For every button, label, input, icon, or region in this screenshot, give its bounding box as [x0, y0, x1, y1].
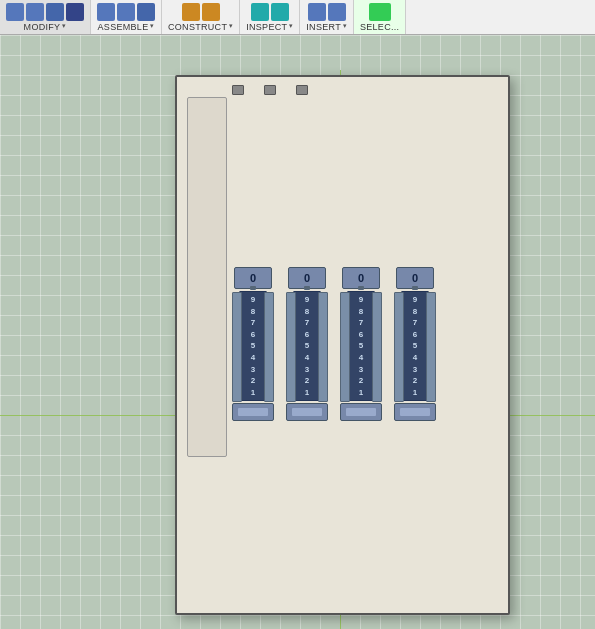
assemble-icons: [97, 3, 155, 21]
insert-dropdown-arrow: ▾: [343, 22, 347, 30]
construct-dropdown-arrow: ▾: [229, 22, 233, 30]
inspect-label: INSPECT: [246, 22, 287, 32]
toolbar-group-modify[interactable]: MODIFY ▾: [0, 0, 91, 34]
connector-1-pin-6: 6: [251, 329, 255, 341]
connector-3-label: 0: [358, 272, 364, 284]
select-label: SELEC...: [360, 22, 399, 32]
connector-3-pin-6: 6: [359, 329, 363, 341]
connector-3-body: 9 8 7 6 5 4 3 2 1: [347, 291, 375, 401]
connector-1-pin-7: 7: [251, 317, 255, 329]
connector-3-pin-5: 5: [359, 340, 363, 352]
construct-icons: [182, 3, 220, 21]
modify-label: MODIFY: [24, 22, 61, 32]
inspect-icon-1: [251, 3, 269, 21]
modify-icon-1: [6, 3, 24, 21]
object-panel: 0 9 8 7 6 5 4 3 2 1 0: [175, 75, 510, 615]
assemble-label: ASSEMBLE: [98, 22, 149, 32]
connector-3-top: 0: [342, 267, 380, 289]
connectors-area: 0 9 8 7 6 5 4 3 2 1 0: [232, 267, 512, 487]
connector-3-pin-1: 1: [359, 387, 363, 399]
connector-3-pin-7: 7: [359, 317, 363, 329]
connector-2-body: 9 8 7 6 5 4 3 2 1: [293, 291, 321, 401]
connector-4-label: 0: [412, 272, 418, 284]
connector-4-pin-3: 3: [413, 364, 417, 376]
toolbar-group-insert[interactable]: INSERT ▾: [300, 0, 354, 34]
connector-1-body: 9 8 7 6 5 4 3 2 1: [239, 291, 267, 401]
connector-3-pin-9: 9: [359, 294, 363, 306]
toolbar: MODIFY ▾ ASSEMBLE ▾ CONSTRUCT: [0, 0, 595, 35]
connector-1-pin-1: 1: [251, 387, 255, 399]
insert-label: INSERT: [306, 22, 341, 32]
top-screw-3: [296, 85, 308, 95]
top-screw-2: [264, 85, 276, 95]
modify-icon-2: [26, 3, 44, 21]
connector-2-pin-6: 6: [305, 329, 309, 341]
connector-4-pin-4: 4: [413, 352, 417, 364]
connector-1: 0 9 8 7 6 5 4 3 2 1: [232, 267, 274, 487]
connector-2-pin-7: 7: [305, 317, 309, 329]
connector-4-bottom: [394, 403, 436, 421]
construct-label: CONSTRUCT: [168, 22, 227, 32]
insert-icon-2: [328, 3, 346, 21]
modify-icon-4: [66, 3, 84, 21]
connector-1-pin-9: 9: [251, 294, 255, 306]
connector-4-pin-5: 5: [413, 340, 417, 352]
assemble-icon-3: [137, 3, 155, 21]
top-detail-row: [232, 85, 498, 97]
connector-2-pin-5: 5: [305, 340, 309, 352]
insert-icons: [308, 3, 346, 21]
modify-icon-3: [46, 3, 64, 21]
connector-4-pin-1: 1: [413, 387, 417, 399]
construct-icon-1: [182, 3, 200, 21]
connector-1-pin-5: 5: [251, 340, 255, 352]
connector-4-pin-9: 9: [413, 294, 417, 306]
connector-4-pin-6: 6: [413, 329, 417, 341]
connector-2: 0 9 8 7 6 5 4 3 2 1: [286, 267, 328, 487]
connector-2-pin-8: 8: [305, 306, 309, 318]
connector-1-label: 0: [250, 272, 256, 284]
connector-3-pin-4: 4: [359, 352, 363, 364]
connector-2-pin-3: 3: [305, 364, 309, 376]
toolbar-group-construct[interactable]: CONSTRUCT ▾: [162, 0, 240, 34]
connector-3-bottom: [340, 403, 382, 421]
top-screw-1: [232, 85, 244, 95]
connector-2-bottom: [286, 403, 328, 421]
toolbar-group-assemble[interactable]: ASSEMBLE ▾: [91, 0, 162, 34]
connector-2-pin-9: 9: [305, 294, 309, 306]
connector-2-pin-4: 4: [305, 352, 309, 364]
connector-4-pin-2: 2: [413, 375, 417, 387]
assemble-dropdown-arrow: ▾: [150, 22, 154, 30]
construct-icon-2: [202, 3, 220, 21]
inspect-icons: [251, 3, 289, 21]
connector-2-top: 0: [288, 267, 326, 289]
inspect-icon-2: [271, 3, 289, 21]
assemble-icon-2: [117, 3, 135, 21]
connector-1-pin-4: 4: [251, 352, 255, 364]
modify-icons: [6, 3, 84, 21]
connector-4-pin-7: 7: [413, 317, 417, 329]
insert-icon-1: [308, 3, 326, 21]
connector-3: 0 9 8 7 6 5 4 3 2 1: [340, 267, 382, 487]
connector-4: 0 9 8 7 6 5 4 3 2 1: [394, 267, 436, 487]
connector-1-pin-3: 3: [251, 364, 255, 376]
connector-3-pin-8: 8: [359, 306, 363, 318]
canvas-area[interactable]: 0 9 8 7 6 5 4 3 2 1 0: [0, 35, 595, 629]
toolbar-group-select[interactable]: SELEC...: [354, 0, 406, 34]
inspect-dropdown-arrow: ▾: [289, 22, 293, 30]
assemble-icon-1: [97, 3, 115, 21]
select-icons: [369, 3, 391, 21]
select-icon-1: [369, 3, 391, 21]
connector-4-pin-8: 8: [413, 306, 417, 318]
connector-1-bottom: [232, 403, 274, 421]
connector-3-pin-2: 2: [359, 375, 363, 387]
connector-1-pin-8: 8: [251, 306, 255, 318]
connector-1-top: 0: [234, 267, 272, 289]
connector-4-body: 9 8 7 6 5 4 3 2 1: [401, 291, 429, 401]
left-bar: [187, 97, 227, 457]
connector-2-label: 0: [304, 272, 310, 284]
connector-1-pin-2: 2: [251, 375, 255, 387]
connector-2-pin-1: 1: [305, 387, 309, 399]
modify-dropdown-arrow: ▾: [62, 22, 66, 30]
connector-2-pin-2: 2: [305, 375, 309, 387]
toolbar-group-inspect[interactable]: INSPECT ▾: [240, 0, 300, 34]
